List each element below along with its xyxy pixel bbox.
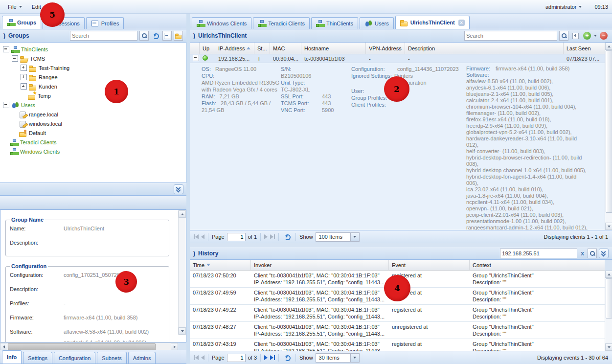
detail-tab[interactable]: Info — [2, 350, 22, 364]
tree-expander-icon[interactable] — [21, 93, 26, 98]
combo-button[interactable] — [350, 354, 359, 362]
combo-button[interactable] — [350, 233, 359, 241]
tree-expander-icon[interactable] — [21, 74, 27, 80]
scroll-thumb[interactable] — [8, 343, 156, 350]
tree-node[interactable]: Rangee — [0, 72, 186, 82]
tree-expander-icon[interactable] — [3, 46, 9, 52]
column-header[interactable] — [190, 43, 200, 54]
collapse-panel-button chevrons-down-icon[interactable] — [599, 249, 609, 258]
tree-expander-icon[interactable] — [12, 130, 17, 136]
history-search-input[interactable] — [500, 249, 577, 258]
search-button[interactable] — [559, 31, 568, 41]
menu-file[interactable]: File — [4, 2, 26, 11]
column-header[interactable]: Description — [405, 43, 564, 54]
scroll-down-icon[interactable] — [605, 343, 612, 351]
column-header[interactable]: Hostname — [301, 43, 366, 54]
tree-node[interactable]: Windows Clients — [0, 147, 186, 156]
detail-tab[interactable]: Configuration — [54, 352, 95, 364]
column-header[interactable]: Up — [200, 43, 215, 54]
scroll-thumb[interactable] — [606, 50, 612, 213]
column-header[interactable]: VPN-Address — [366, 43, 405, 54]
search-button[interactable] — [139, 31, 149, 41]
row-collapse-icon[interactable] — [193, 55, 199, 61]
scroll-down-icon[interactable] — [179, 327, 186, 335]
tree-node[interactable]: Kunden — [0, 82, 186, 91]
first-page-button[interactable] — [194, 234, 199, 239]
clear-search-icon[interactable]: x — [579, 250, 586, 257]
refresh-button[interactable] — [282, 232, 292, 242]
expand-panel-button chevrons-down-icon[interactable] — [174, 184, 183, 194]
items-per-page-select[interactable]: 30 Items — [316, 353, 360, 363]
scroll-thumb[interactable] — [606, 278, 612, 318]
tree-expander-icon[interactable] — [3, 149, 8, 154]
add-menu-chevron-icon[interactable] — [594, 35, 597, 37]
close-icon[interactable] — [458, 20, 465, 26]
user-menu[interactable]: administrator — [542, 2, 586, 11]
vertical-splitter[interactable] — [186, 14, 190, 364]
tree-expander-icon[interactable] — [12, 55, 18, 62]
expand-all-button[interactable] — [570, 31, 580, 41]
clients-tab[interactable]: Windows Clients — [192, 17, 251, 29]
tree-expander-icon[interactable] — [12, 112, 17, 117]
form-scrollbar[interactable] — [178, 210, 186, 335]
refresh-button[interactable] — [282, 353, 292, 363]
scroll-up-icon[interactable] — [605, 43, 612, 50]
tree-node[interactable]: Users — [0, 100, 186, 110]
clients-search-input[interactable] — [464, 31, 557, 41]
clients-tab[interactable]: Users — [360, 17, 394, 29]
tree-expander-icon[interactable] — [21, 65, 27, 71]
detail-tab[interactable]: Settings — [23, 352, 52, 364]
column-header[interactable]: Time — [190, 260, 251, 270]
left-tab[interactable]: Profiles — [86, 17, 124, 29]
page-input[interactable] — [227, 354, 246, 362]
tree-node[interactable]: Teradici Clients — [0, 137, 186, 147]
column-header[interactable]: Invoker — [251, 260, 389, 270]
scroll-right-icon[interactable] — [171, 343, 178, 350]
last-page-button[interactable] — [270, 355, 275, 360]
detail-tab[interactable]: Admins — [128, 352, 156, 364]
left-tab[interactable]: Groups — [2, 16, 41, 29]
scroll-up-icon[interactable] — [605, 271, 612, 278]
tree-expander-icon[interactable] — [3, 139, 8, 145]
tree-node[interactable]: Test-Training — [0, 63, 186, 72]
next-page-button[interactable] — [264, 234, 268, 239]
client-row[interactable]: 192.168.25... T 00:30:04... tc-0030041b1… — [190, 54, 605, 63]
history-row[interactable]: 07/18/23 07:49:22 Client "tc-0030041b1f0… — [190, 305, 605, 322]
remove-client-button[interactable] — [599, 31, 609, 41]
tree-expander-icon[interactable] — [12, 121, 17, 126]
next-page-button[interactable] — [264, 355, 268, 360]
groups-search-input[interactable] — [70, 31, 137, 41]
prev-page-button[interactable] — [201, 234, 204, 239]
column-header[interactable]: MAC — [270, 43, 301, 54]
detail-tab[interactable]: Subnets — [97, 352, 126, 364]
history-scrollbar[interactable] — [605, 271, 612, 351]
column-header[interactable]: Context — [470, 260, 605, 270]
tree-expander-icon[interactable] — [3, 102, 9, 108]
items-per-page-select[interactable]: 100 Items — [316, 232, 360, 242]
first-page-button[interactable] — [194, 355, 199, 360]
tree-node[interactable]: Default — [0, 128, 186, 137]
scroll-left-icon[interactable] — [0, 343, 7, 350]
tree-expander-icon[interactable] — [21, 83, 27, 90]
refresh-button[interactable] — [151, 31, 160, 41]
scroll-down-icon[interactable] — [605, 223, 612, 230]
last-page-button[interactable] — [270, 234, 275, 239]
clients-tab[interactable]: ThinClients — [311, 17, 358, 29]
folder-view-button[interactable] — [174, 31, 183, 41]
search-button[interactable] — [588, 249, 597, 258]
history-row[interactable]: 07/18/23 07:48:27 Client "tc-0030041b1f0… — [190, 322, 605, 339]
clients-tab[interactable]: Teradici Clients — [253, 17, 310, 29]
form-h-scrollbar[interactable] — [0, 342, 178, 350]
column-header[interactable]: IP-Address — [215, 43, 254, 54]
clients-tab[interactable]: UlrichsThinClient — [395, 16, 470, 29]
collapse-all-button[interactable] — [162, 31, 172, 41]
horizontal-splitter[interactable] — [0, 196, 186, 209]
column-header[interactable]: St... — [254, 43, 270, 54]
tree-node[interactable]: rangee.local — [0, 110, 186, 119]
prev-page-button[interactable] — [201, 355, 204, 360]
history-row[interactable]: 07/18/23 07:43:19 Client "tc-0030041b1f0… — [190, 339, 605, 351]
tree-node[interactable]: TCMS — [0, 54, 186, 63]
tree-node[interactable]: Temp — [0, 91, 186, 100]
add-client-button[interactable] — [582, 31, 592, 41]
tree-node[interactable]: ThinClients — [0, 45, 186, 54]
